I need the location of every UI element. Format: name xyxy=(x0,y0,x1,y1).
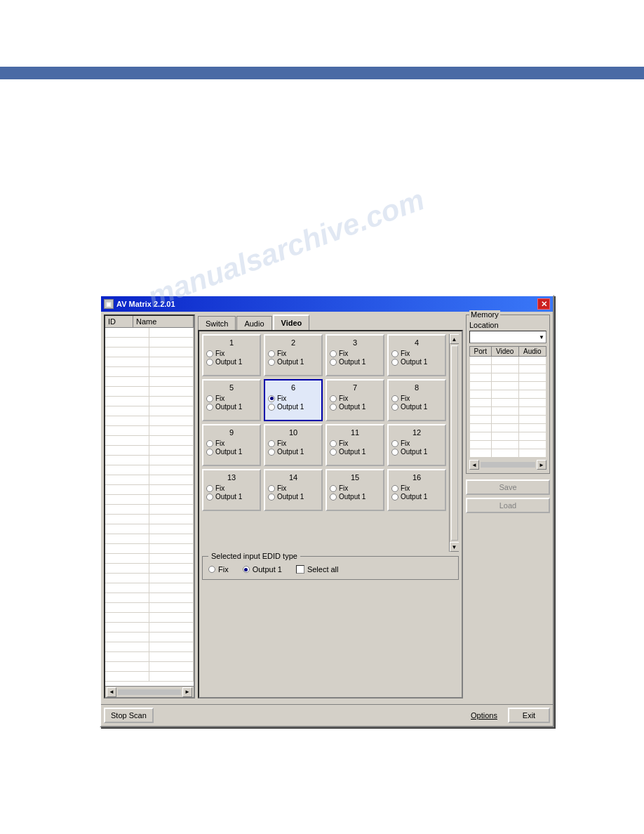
radio-btn-fix-9[interactable] xyxy=(206,440,213,447)
radio-fix-7[interactable]: Fix xyxy=(330,395,380,402)
grid-cell-6[interactable]: 6 Fix Output 1 xyxy=(264,379,323,421)
radio-output1-7[interactable]: Output 1 xyxy=(330,403,380,411)
radio-output1-15[interactable]: Output 1 xyxy=(330,493,380,501)
radio-btn-fix-12[interactable] xyxy=(391,440,398,447)
radio-btn-output1-3[interactable] xyxy=(330,359,337,366)
radio-btn-fix-3[interactable] xyxy=(330,350,337,357)
radio-btn-fix-8[interactable] xyxy=(391,395,398,402)
memory-scroll-left-button[interactable]: ◄ xyxy=(469,460,479,470)
radio-btn-output1-10[interactable] xyxy=(268,449,275,456)
radio-output1-14[interactable]: Output 1 xyxy=(268,493,318,501)
radio-output1-5[interactable]: Output 1 xyxy=(206,403,257,411)
radio-output1-1[interactable]: Output 1 xyxy=(206,358,257,366)
radio-btn-output1-2[interactable] xyxy=(268,359,275,366)
exit-button[interactable]: Exit xyxy=(508,708,550,723)
grid-cell-15[interactable]: 15 Fix Output 1 xyxy=(326,469,384,511)
radio-btn-output1-16[interactable] xyxy=(391,494,398,501)
save-button[interactable]: Save xyxy=(466,479,550,495)
radio-btn-fix-1[interactable] xyxy=(206,350,213,357)
radio-btn-fix-7[interactable] xyxy=(330,395,337,402)
edid-fix-radio-btn[interactable] xyxy=(208,566,215,573)
radio-btn-fix-4[interactable] xyxy=(391,350,398,357)
radio-btn-fix-13[interactable] xyxy=(206,485,213,492)
grid-cell-7[interactable]: 7 Fix Output 1 xyxy=(326,379,384,421)
radio-fix-11[interactable]: Fix xyxy=(330,439,380,447)
radio-output1-6[interactable]: Output 1 xyxy=(268,403,318,411)
radio-output1-3[interactable]: Output 1 xyxy=(330,358,380,366)
radio-btn-output1-7[interactable] xyxy=(330,404,337,411)
grid-cell-11[interactable]: 11 Fix Output 1 xyxy=(326,424,384,466)
select-all-checkbox[interactable] xyxy=(296,565,304,574)
radio-btn-fix-16[interactable] xyxy=(391,485,398,492)
radio-output1-9[interactable]: Output 1 xyxy=(206,448,257,456)
close-button[interactable]: ✕ xyxy=(537,298,550,310)
radio-fix-3[interactable]: Fix xyxy=(330,350,380,357)
radio-output1-10[interactable]: Output 1 xyxy=(268,448,318,456)
grid-cell-4[interactable]: 4 Fix Output 1 xyxy=(387,334,446,376)
grid-cell-16[interactable]: 16 Fix Output 1 xyxy=(387,469,446,511)
radio-output1-13[interactable]: Output 1 xyxy=(206,493,257,501)
radio-fix-14[interactable]: Fix xyxy=(268,484,318,492)
select-all-checkbox-row[interactable]: Select all xyxy=(296,565,339,574)
radio-btn-fix-5[interactable] xyxy=(206,395,213,402)
radio-output1-4[interactable]: Output 1 xyxy=(391,358,442,366)
grid-cell-2[interactable]: 2 Fix Output 1 xyxy=(264,334,323,376)
options-button[interactable]: Options xyxy=(463,708,505,723)
grid-scroll-up-button[interactable]: ▲ xyxy=(450,334,459,344)
radio-btn-fix-11[interactable] xyxy=(330,440,337,447)
edid-fix-radio[interactable]: Fix xyxy=(208,565,229,574)
radio-btn-output1-6[interactable] xyxy=(268,404,275,411)
tab-video[interactable]: Video xyxy=(273,315,310,330)
load-button[interactable]: Load xyxy=(466,498,550,513)
radio-output1-12[interactable]: Output 1 xyxy=(391,448,442,456)
grid-cell-10[interactable]: 10 Fix Output 1 xyxy=(264,424,323,466)
radio-output1-8[interactable]: Output 1 xyxy=(391,403,442,411)
radio-btn-fix-15[interactable] xyxy=(330,485,337,492)
grid-cell-12[interactable]: 12 Fix Output 1 xyxy=(387,424,446,466)
radio-btn-fix-6[interactable] xyxy=(268,395,275,402)
grid-cell-13[interactable]: 13 Fix Output 1 xyxy=(202,469,261,511)
radio-fix-16[interactable]: Fix xyxy=(391,484,442,492)
radio-fix-13[interactable]: Fix xyxy=(206,484,257,492)
radio-fix-12[interactable]: Fix xyxy=(391,439,442,447)
radio-btn-output1-15[interactable] xyxy=(330,494,337,501)
memory-location-dropdown[interactable]: ▼ xyxy=(469,331,546,343)
radio-btn-output1-8[interactable] xyxy=(391,404,398,411)
radio-btn-output1-1[interactable] xyxy=(206,359,213,366)
radio-fix-4[interactable]: Fix xyxy=(391,350,442,357)
scroll-left-button[interactable]: ◄ xyxy=(107,687,116,697)
radio-fix-2[interactable]: Fix xyxy=(268,350,318,357)
radio-fix-9[interactable]: Fix xyxy=(206,439,257,447)
radio-btn-output1-9[interactable] xyxy=(206,449,213,456)
radio-output1-2[interactable]: Output 1 xyxy=(268,358,318,366)
radio-fix-5[interactable]: Fix xyxy=(206,395,257,402)
radio-btn-output1-12[interactable] xyxy=(391,449,398,456)
radio-fix-6[interactable]: Fix xyxy=(268,395,318,402)
grid-cell-3[interactable]: 3 Fix Output 1 xyxy=(326,334,384,376)
memory-scroll-right-button[interactable]: ► xyxy=(537,460,546,470)
grid-cell-9[interactable]: 9 Fix Output 1 xyxy=(202,424,261,466)
radio-btn-fix-10[interactable] xyxy=(268,440,275,447)
scroll-right-button[interactable]: ► xyxy=(182,687,192,697)
radio-fix-15[interactable]: Fix xyxy=(330,484,380,492)
grid-cell-8[interactable]: 8 Fix Output 1 xyxy=(387,379,446,421)
radio-btn-fix-14[interactable] xyxy=(268,485,275,492)
grid-scroll-thumb[interactable] xyxy=(451,345,458,541)
tab-switch[interactable]: Switch xyxy=(198,316,236,330)
radio-btn-output1-5[interactable] xyxy=(206,404,213,411)
edid-output1-radio-btn[interactable] xyxy=(243,566,250,573)
radio-btn-output1-13[interactable] xyxy=(206,494,213,501)
tab-audio[interactable]: Audio xyxy=(236,316,271,330)
grid-cell-14[interactable]: 14 Fix Output 1 xyxy=(264,469,323,511)
stop-scan-button[interactable]: Stop Scan xyxy=(104,708,154,723)
radio-btn-output1-14[interactable] xyxy=(268,494,275,501)
radio-fix-10[interactable]: Fix xyxy=(268,439,318,447)
radio-output1-16[interactable]: Output 1 xyxy=(391,493,442,501)
radio-btn-output1-4[interactable] xyxy=(391,359,398,366)
edid-output1-radio[interactable]: Output 1 xyxy=(243,565,282,574)
radio-btn-output1-11[interactable] xyxy=(330,449,337,456)
grid-scroll-down-button[interactable]: ▼ xyxy=(450,542,459,552)
radio-fix-1[interactable]: Fix xyxy=(206,350,257,357)
radio-output1-11[interactable]: Output 1 xyxy=(330,448,380,456)
grid-cell-5[interactable]: 5 Fix Output 1 xyxy=(202,379,261,421)
